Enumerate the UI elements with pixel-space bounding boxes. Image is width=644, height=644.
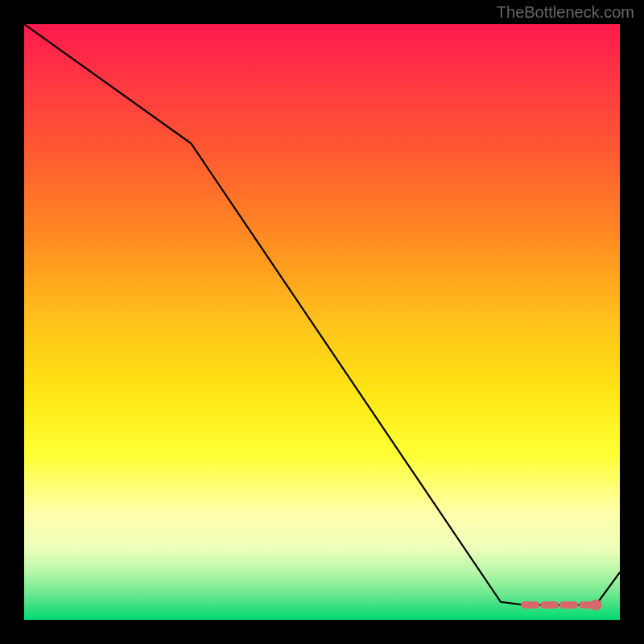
chart-gradient-background	[24, 24, 620, 620]
watermark-text: TheBottleneck.com	[497, 3, 634, 22]
